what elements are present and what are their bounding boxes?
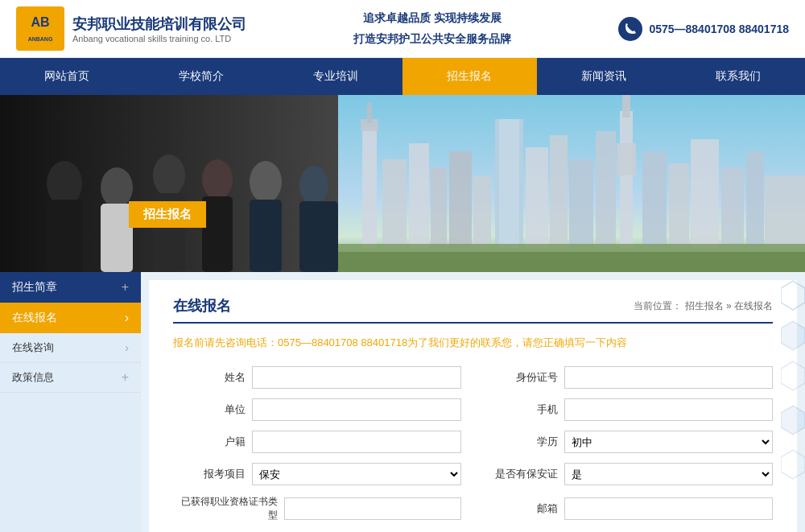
svg-rect-15 xyxy=(299,201,338,272)
header-phone: 0575—88401708 88401718 xyxy=(618,17,789,41)
content-wrapper: 招生简章 + 在线报名 › 在线咨询 › 政策信息 + 在线报名 当前位置： xyxy=(0,272,805,532)
breadcrumb-current: 在线报名 xyxy=(734,300,773,311)
hero-label: 招生报名 xyxy=(129,201,206,228)
sidebar-title-zhaoasheng[interactable]: 招生简章 + xyxy=(0,272,141,303)
input-huji[interactable] xyxy=(252,431,461,453)
header: AB ANBANG 安邦职业技能培训有限公司 Anbang vocational… xyxy=(0,0,805,58)
svg-rect-42 xyxy=(338,252,805,272)
header-slogan: 追求卓越品质 实现持续发展 打造安邦护卫公共安全服务品牌 xyxy=(246,8,618,48)
svg-rect-28 xyxy=(526,147,548,248)
breadcrumb-home[interactable]: 招生报名 xyxy=(685,300,724,311)
label-name: 姓名 xyxy=(173,370,246,385)
svg-rect-40 xyxy=(765,175,805,248)
form-row-cert: 是否有保安证 是 否 xyxy=(485,463,774,485)
svg-rect-20 xyxy=(367,103,372,123)
input-certtype[interactable] xyxy=(284,497,461,520)
sidebar-title-online[interactable]: 在线报名 › xyxy=(0,303,141,333)
input-phone[interactable] xyxy=(564,398,774,421)
nav-item-training[interactable]: 专业培训 xyxy=(268,58,402,95)
form-row-certtype: 已获得职业资格证书类型 xyxy=(173,495,461,522)
sidebar-section-enrollment: 招生简章 + xyxy=(0,272,141,303)
svg-point-8 xyxy=(153,155,185,196)
svg-point-4 xyxy=(47,161,82,206)
svg-rect-30 xyxy=(569,159,593,248)
breadcrumb-sep: » xyxy=(726,300,734,311)
phone-icon xyxy=(618,17,642,41)
label-certtype: 已获得职业资格证书类型 xyxy=(173,495,278,522)
input-email[interactable] xyxy=(564,497,774,520)
svg-text:ANBANG: ANBANG xyxy=(28,36,53,42)
svg-rect-35 xyxy=(642,151,667,248)
sidebar-section-label: 招生简章 xyxy=(12,280,57,295)
label-id: 身份证号 xyxy=(485,370,558,385)
sidebar-item-consult[interactable]: 在线咨询 › xyxy=(0,333,141,363)
logo-icon: AB ANBANG xyxy=(16,6,64,51)
svg-rect-34 xyxy=(622,95,630,118)
sidebar-item-policy[interactable]: 政策信息 + xyxy=(0,363,141,393)
svg-rect-24 xyxy=(449,151,472,248)
main-nav: 网站首页 学校简介 专业培训 招生报名 新闻资讯 联系我们 xyxy=(0,58,805,95)
svg-rect-31 xyxy=(596,131,616,248)
svg-rect-27 xyxy=(499,119,519,248)
sidebar-policy-label: 政策信息 xyxy=(12,370,54,385)
svg-rect-21 xyxy=(382,159,407,248)
logo-text: 安邦职业技能培训有限公司 Anbang vocational skills tr… xyxy=(72,14,246,43)
page-title: 在线报名 xyxy=(173,296,231,315)
svg-rect-23 xyxy=(431,167,447,248)
svg-rect-7 xyxy=(101,204,133,272)
label-huji: 户籍 xyxy=(173,435,246,449)
label-email: 邮箱 xyxy=(485,501,558,516)
form-row-name: 姓名 xyxy=(173,366,461,389)
intro-prefix: 报名前请先咨询电话： xyxy=(173,336,278,348)
svg-rect-5 xyxy=(47,200,82,272)
select-cert[interactable]: 是 否 xyxy=(564,463,774,485)
svg-rect-11 xyxy=(202,196,233,272)
nav-item-contact[interactable]: 联系我们 xyxy=(671,58,805,95)
nav-item-enrollment[interactable]: 招生报名 xyxy=(402,58,537,95)
svg-rect-39 xyxy=(746,151,764,248)
sidebar-policy-plus: + xyxy=(122,370,129,385)
breadcrumb-prefix: 当前位置： xyxy=(634,300,682,311)
label-edu: 学历 xyxy=(485,435,558,449)
left-sidebar: 招生简章 + 在线报名 › 在线咨询 › 政策信息 + xyxy=(0,272,141,532)
form-row-project: 报考项目 保安 消防 电工 驾驶 xyxy=(173,463,461,485)
input-id[interactable] xyxy=(564,366,774,389)
svg-rect-29 xyxy=(550,135,568,248)
form-row-id: 身份证号 xyxy=(485,366,774,389)
svg-rect-36 xyxy=(669,163,689,248)
nav-item-about[interactable]: 学校简介 xyxy=(134,58,269,95)
sidebar-arrow-icon: › xyxy=(125,311,129,325)
form-row-edu: 学历 小学 初中 高中 大专 本科 xyxy=(485,431,774,453)
form-intro: 报名前请先咨询电话：0575—88401708 88401718为了我们更好的联… xyxy=(173,336,773,350)
input-name[interactable] xyxy=(252,366,461,389)
enrollment-form: 姓名 身份证号 单位 手机 户籍 xyxy=(173,366,773,532)
page-title-row: 在线报名 当前位置： 招生报名 » 在线报名 xyxy=(173,296,773,324)
form-row-unit: 单位 xyxy=(173,398,461,421)
hero-city-section xyxy=(338,95,805,272)
svg-rect-22 xyxy=(409,143,429,248)
select-project[interactable]: 保安 消防 电工 驾驶 xyxy=(252,463,461,485)
nav-item-home[interactable]: 网站首页 xyxy=(0,58,134,95)
label-unit: 单位 xyxy=(173,402,246,417)
breadcrumb: 当前位置： 招生报名 » 在线报名 xyxy=(634,299,773,313)
intro-phone: 0575—88401708 88401718 xyxy=(278,336,407,348)
form-row-email: 邮箱 xyxy=(485,495,774,522)
sidebar-online-label: 在线报名 xyxy=(12,311,57,325)
form-row-phone: 手机 xyxy=(485,398,774,421)
hero-banner: 招生报名 xyxy=(0,95,805,272)
svg-point-14 xyxy=(299,166,328,204)
intro-suffix: 为了我们更好的联系您，请您正确填写一下内容 xyxy=(407,336,627,348)
svg-point-12 xyxy=(250,161,282,203)
company-name-en: Anbang vocational skills training co. LT… xyxy=(72,34,246,43)
nav-item-news[interactable]: 新闻资讯 xyxy=(537,58,671,95)
slogan-line1: 追求卓越品质 实现持续发展 xyxy=(246,8,618,28)
slogan-line2: 打造安邦护卫公共安全服务品牌 xyxy=(246,29,618,49)
label-phone: 手机 xyxy=(485,402,558,417)
sidebar-consult-label: 在线咨询 xyxy=(12,340,54,355)
svg-rect-13 xyxy=(250,200,282,272)
svg-point-10 xyxy=(202,159,233,200)
select-edu[interactable]: 小学 初中 高中 大专 本科 xyxy=(564,431,774,453)
logo-area: AB ANBANG 安邦职业技能培训有限公司 Anbang vocational… xyxy=(16,6,246,51)
svg-point-6 xyxy=(101,167,133,208)
input-unit[interactable] xyxy=(252,398,461,421)
